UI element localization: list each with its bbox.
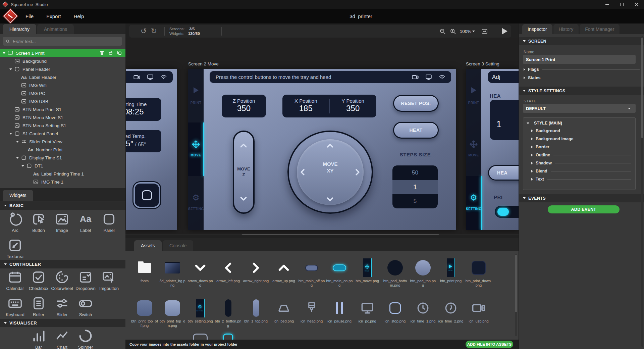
maximize-button[interactable] — [614, 0, 629, 9]
asset-btn-setting[interactable]: ⚙SETTINGbtn_setting.png — [187, 297, 214, 323]
asset-3d-printer-bg[interactable]: 3d_printer_bg.png — [159, 257, 186, 288]
steps-option-50[interactable]: 50 — [392, 165, 438, 180]
screen2-header-bar[interactable]: Press the control buttons to move the tr… — [210, 71, 451, 83]
tree-item-img-wifi[interactable]: IMG Wifi — [0, 81, 125, 89]
asset-icn-usb[interactable]: icn_usb.png — [465, 297, 492, 323]
screen3-toggle[interactable] — [495, 206, 519, 218]
section-basic[interactable]: BASIC — [0, 201, 125, 210]
screen3-heat-button[interactable]: HEA — [488, 165, 519, 181]
tree-item-label-printing-time-1[interactable]: AaLabel Printing Time 1 — [0, 170, 125, 178]
tree-item-btn-menu-setting-s1[interactable]: BTN Menu Setting S1 — [0, 121, 125, 130]
canvas-horizontal-scrollbar[interactable] — [125, 234, 519, 235]
close-button[interactable] — [629, 0, 644, 9]
scrollbar-thumb[interactable] — [515, 255, 517, 312]
screen3-print-menu-button[interactable]: PRINT — [466, 69, 481, 122]
screen-2-title[interactable]: Screen 2 Move — [188, 61, 219, 66]
tree-item-s1-content-panel[interactable]: S1 Content Panel — [0, 130, 125, 138]
asset-btn-print-top-off[interactable]: btn_print_top_off.png — [131, 297, 158, 328]
widget-button[interactable]: Button — [27, 211, 50, 238]
states-expander[interactable]: States — [524, 76, 640, 80]
steps-option-1-selected[interactable]: 1 — [392, 180, 438, 194]
style-item-text[interactable]: Text — [523, 175, 635, 183]
widget-slider[interactable]: Slider — [50, 296, 74, 322]
asset-icn-pause[interactable]: icn_pause.png — [326, 297, 353, 323]
asset-arrow-up[interactable]: arrow_up.png — [270, 257, 297, 283]
widget-roller[interactable]: Roller — [27, 296, 50, 322]
screen-name-input[interactable] — [523, 55, 636, 64]
tree-item-panel-header[interactable]: Panel Header — [0, 65, 125, 73]
steps-size-selector[interactable]: 50 1 5 — [392, 165, 438, 208]
caret-down-icon[interactable] — [9, 68, 12, 70]
steps-option-5[interactable]: 5 — [392, 194, 438, 208]
widget-imgbutton[interactable]: Imgbutton — [97, 269, 121, 296]
tree-item-screen-1-print[interactable]: Screen 1 Print — [0, 49, 125, 57]
asset-icn-pc[interactable]: icn_pc.png — [354, 297, 381, 323]
tab-assets[interactable]: Assets — [134, 240, 162, 251]
tree-item-btn-menu-print-s1[interactable]: BTN Menu Print S1 — [0, 105, 125, 113]
screen2-print-menu-button[interactable]: PRINT — [188, 69, 204, 122]
tab-hierarchy[interactable]: Hierarchy — [3, 24, 36, 34]
search-input[interactable] — [13, 39, 119, 44]
screen3-setting-menu-button[interactable]: ⚙ SETTING — [466, 176, 481, 230]
widget-bar[interactable]: Bar — [27, 328, 50, 349]
screen-3-title[interactable]: Screen 3 Setting — [466, 61, 499, 66]
style-item-border[interactable]: Border — [523, 143, 635, 151]
heat-button[interactable]: HEAT — [393, 122, 439, 139]
assets-vertical-scrollbar[interactable] — [515, 254, 517, 336]
bed-temp-card[interactable]: Bed Temp. 65° / 65° — [126, 130, 161, 152]
section-screen[interactable]: SCREEN — [519, 37, 644, 45]
tree-item-img-usb[interactable]: IMG USB — [0, 97, 125, 105]
widget-dropdown[interactable]: Dropdown — [74, 269, 97, 296]
asset-btn-print-down[interactable]: btn_print_down.png — [465, 257, 492, 288]
asset-btn-main-off[interactable]: btn_main_off.png — [298, 257, 325, 288]
asset-icn-bed[interactable]: icn_bed.png — [270, 297, 297, 323]
tree-item-img-pc[interactable]: IMG PC — [0, 89, 125, 97]
widget-arc[interactable]: Arc — [3, 211, 27, 238]
style-item-background[interactable]: Background — [523, 127, 635, 135]
tab-widgets[interactable]: Widgets — [3, 190, 33, 201]
style-item-outline[interactable]: Outline — [523, 151, 635, 159]
tab-console[interactable]: Console — [163, 240, 193, 251]
undo-button[interactable]: ↺ — [141, 28, 147, 35]
widget-image[interactable]: Image — [50, 211, 74, 238]
add-file-into-assets-button[interactable]: ADD FILE INTO ASSETS — [466, 341, 513, 348]
printing-time-card[interactable]: rinting Time 08:25 — [126, 98, 161, 121]
section-events[interactable]: EVENTS — [519, 194, 644, 202]
caret-down-icon[interactable] — [21, 165, 24, 167]
tab-animations[interactable]: Animations — [37, 24, 74, 34]
menu-export[interactable]: Export — [46, 13, 61, 19]
z-down-button[interactable] — [239, 194, 248, 203]
widget-colorwheel[interactable]: Colorwheel — [50, 269, 74, 296]
delete-icon[interactable] — [99, 50, 105, 55]
screen2-move-menu-button[interactable]: MOVE — [188, 122, 204, 176]
asset-btn-print-top-on[interactable]: btn_print_top_on.png — [159, 297, 186, 328]
zoom-level-value[interactable]: 100% — [460, 29, 472, 34]
screen3-header-bar[interactable]: Adj — [488, 71, 519, 83]
screen-2-move-canvas[interactable]: PRINT MOVE ⚙ SETTING Press the control b… — [188, 69, 456, 230]
asset-arrow-down[interactable]: arrow_down.png — [187, 257, 214, 288]
screen1-header-bar[interactable] — [126, 71, 173, 83]
move-z-control[interactable]: MOVE Z — [233, 131, 255, 214]
stop-button[interactable] — [133, 182, 160, 208]
fit-image-button[interactable] — [481, 28, 488, 35]
tree-item-btn-menu-move-s1[interactable]: BTN Menu Move S1 — [0, 113, 125, 121]
state-dropdown[interactable]: DEFAULT — [523, 104, 636, 113]
screen-1-print-canvas[interactable]: rinting Time 08:25 Bed Temp. 65° / 65° — [126, 69, 177, 230]
asset-arrow-left[interactable]: arrow_left.png — [215, 257, 241, 283]
tree-item-background[interactable]: Background — [0, 57, 125, 65]
caret-down-icon[interactable] — [9, 133, 12, 135]
flags-expander[interactable]: Flags — [524, 67, 640, 72]
tab-inspector[interactable]: Inspector — [522, 24, 552, 34]
caret-down-icon[interactable] — [16, 157, 19, 159]
asset-btn-z-botton[interactable]: btn_z_botton.png — [215, 297, 241, 328]
inspector-scrollbar[interactable] — [641, 36, 643, 347]
section-visualiser[interactable]: VISUALISER — [0, 319, 125, 327]
zoom-in-button[interactable] — [449, 28, 457, 35]
widget-checkbox[interactable]: Checkbox — [27, 269, 50, 296]
asset-btn-main-on[interactable]: btn_main_on.png — [326, 257, 353, 288]
tab-font-manager[interactable]: Font Manager — [580, 24, 620, 34]
caret-down-icon[interactable] — [16, 141, 19, 143]
zoom-out-button[interactable] — [439, 28, 446, 35]
copy-icon[interactable] — [117, 50, 122, 55]
tab-history[interactable]: History — [553, 24, 579, 34]
